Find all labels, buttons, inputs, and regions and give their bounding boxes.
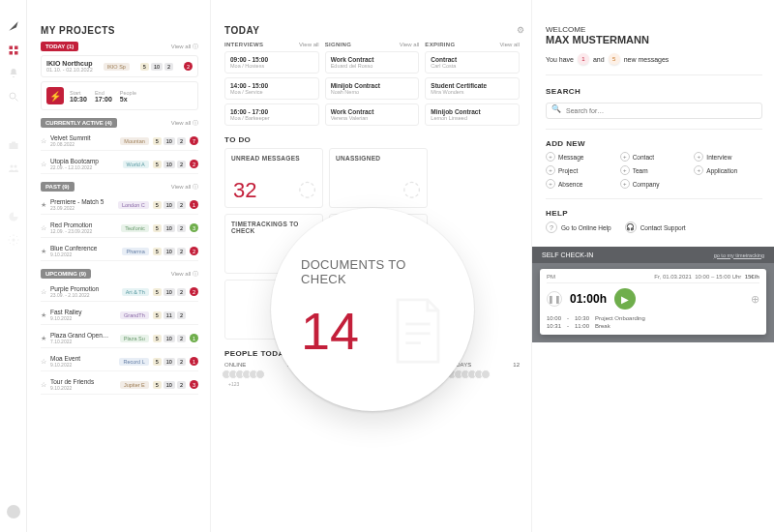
star-icon[interactable]: ☆ bbox=[41, 381, 46, 389]
featured-project-card[interactable]: IKIO Northcup 01.10. - 02.10.2022 IKIO S… bbox=[41, 55, 198, 77]
todaycol-head: EXPIRING bbox=[425, 42, 455, 47]
star-icon[interactable]: ★ bbox=[41, 311, 46, 319]
featured-dates: 01.10. - 02.10.2022 bbox=[46, 67, 93, 73]
todaycol-head: INTERVIEWS bbox=[224, 42, 263, 47]
project-row[interactable]: ☆ Purple Promotion23.09. - 2.10.2022 Art… bbox=[41, 282, 198, 302]
new-messages: You have 1 and 5 new messages bbox=[546, 53, 762, 65]
project-chip: Mountan bbox=[120, 137, 148, 145]
help-online[interactable]: ?Go to Online Help bbox=[546, 222, 611, 233]
star-icon[interactable]: ★ bbox=[41, 248, 46, 255]
rail-avatar[interactable] bbox=[7, 505, 20, 518]
pause-button[interactable]: ❚❚ bbox=[547, 291, 562, 307]
viewall-interviews[interactable]: View all bbox=[299, 42, 319, 47]
search-input[interactable] bbox=[546, 103, 762, 119]
todaycol-head: SIGNING bbox=[325, 42, 351, 47]
star-icon[interactable]: ☆ bbox=[41, 137, 46, 145]
project-row[interactable]: ★ Blue Conference9.10.2022 Pharma 5102 2 bbox=[41, 242, 198, 261]
gear-icon[interactable]: ⚙ bbox=[517, 25, 524, 35]
star-icon[interactable]: ☆ bbox=[41, 224, 46, 232]
viewall-upcoming[interactable]: View all ⓘ bbox=[171, 270, 198, 279]
star-icon[interactable]: ☆ bbox=[41, 358, 46, 366]
today-card[interactable]: ContractCarl Costa bbox=[425, 51, 520, 74]
today-card[interactable]: Minijob ContractLemon Linseed bbox=[425, 103, 520, 126]
project-row[interactable]: ★ Premiere - Match 523.09.2022 London C … bbox=[41, 195, 198, 215]
viewall-today[interactable]: View all ⓘ bbox=[171, 43, 198, 51]
project-row[interactable]: ★ Plaza Grand Open…7.10.2022 Plaza Su 51… bbox=[41, 329, 198, 348]
project-badge: 2 bbox=[190, 247, 198, 255]
document-icon bbox=[391, 297, 445, 369]
viewall-signing[interactable]: View all bbox=[400, 42, 420, 47]
project-row[interactable]: ☆ Utopia Bootcamp22.09. - 12.10.2022 Wor… bbox=[41, 155, 198, 174]
addnew-item[interactable]: +Project bbox=[546, 165, 614, 175]
today-card[interactable]: 14:00 - 15:00Moa / Service bbox=[224, 77, 319, 100]
project-badge: 1 bbox=[190, 200, 198, 209]
today-card[interactable]: Minijob ContractNoah Nemo bbox=[325, 77, 420, 100]
today-card[interactable]: 16:00 - 17:00Moa / Barkeeper bbox=[224, 103, 319, 126]
project-row[interactable]: ☆ Tour de Friends9.10.2022 Jupiter E 510… bbox=[41, 375, 198, 395]
nav-rail bbox=[0, 0, 27, 532]
addnew-item[interactable]: +Interview bbox=[694, 152, 762, 162]
project-row[interactable]: ☆ Velvet Summit20.08.2022 Mountan 5102 7 bbox=[41, 132, 198, 151]
svg-rect-7 bbox=[12, 142, 15, 144]
today-card[interactable]: Work ContractVerena Valerian bbox=[325, 103, 420, 126]
star-icon[interactable]: ★ bbox=[41, 335, 46, 342]
rail-briefcase-icon[interactable] bbox=[8, 139, 19, 151]
rail-settings-icon[interactable] bbox=[8, 234, 19, 246]
plus-circle-icon: + bbox=[546, 152, 555, 162]
project-badge: 1 bbox=[190, 334, 198, 342]
viewall-past[interactable]: View all ⓘ bbox=[171, 183, 198, 192]
project-row[interactable]: ☆ Red Promotion12.09. - 23.09.2022 Teofo… bbox=[41, 219, 198, 238]
project-name: Velvet Summit20.08.2022 bbox=[50, 134, 116, 147]
plus-button[interactable]: ⊕ bbox=[751, 293, 759, 306]
project-name: Blue Conference9.10.2022 bbox=[50, 245, 118, 257]
viewall-expiring[interactable]: View all bbox=[499, 42, 520, 47]
addnew-item[interactable]: +Absence bbox=[546, 179, 614, 189]
project-chip: Plaza Su bbox=[120, 335, 149, 342]
bolt-card[interactable]: ⚡ Start10:30End17:00People5x bbox=[41, 81, 198, 110]
featured-chip: IKIO Sp bbox=[104, 63, 130, 71]
rail-chart-icon[interactable] bbox=[8, 211, 19, 222]
today-card[interactable]: Student CertificateMira Wonders bbox=[425, 77, 520, 100]
star-icon[interactable]: ☆ bbox=[41, 161, 46, 168]
today-card[interactable]: 09:00 - 15:00Moa / Hostess bbox=[224, 51, 319, 74]
rail-dashboard-icon[interactable] bbox=[8, 44, 19, 56]
project-row[interactable]: ★ Fast Ralley9.10.2022 GrandTh 5112 bbox=[41, 306, 198, 325]
sci-link[interactable]: go to my timetracking bbox=[714, 252, 764, 258]
project-badge: 2 bbox=[190, 160, 198, 168]
svg-point-9 bbox=[14, 165, 16, 168]
addnew-item[interactable]: +Company bbox=[620, 179, 689, 189]
addnew-item[interactable]: +Message bbox=[546, 152, 614, 162]
rail-bell-icon[interactable] bbox=[8, 68, 19, 79]
todo-tile[interactable]: UNREAD MESSAGES32◌ bbox=[224, 148, 323, 208]
sci-row: 10:31-11:00Break bbox=[547, 322, 759, 330]
rail-people-icon[interactable] bbox=[8, 163, 19, 174]
addnew-item[interactable]: +Application bbox=[694, 165, 762, 175]
msgs-count-2[interactable]: 5 bbox=[609, 53, 620, 65]
help-support[interactable]: 🎧Contact Support bbox=[625, 222, 686, 233]
star-icon[interactable]: ★ bbox=[41, 201, 46, 209]
help-title: HELP bbox=[546, 209, 762, 218]
today-title: TODAY bbox=[224, 25, 520, 36]
projects-column: MY PROJECTS TODAY (1) View all ⓘ IKIO No… bbox=[27, 0, 211, 532]
project-row[interactable]: ☆ Moa Event9.10.2022 Record L 5102 1 bbox=[41, 352, 198, 371]
project-badge: 3 bbox=[190, 223, 198, 232]
rail-search-icon[interactable] bbox=[8, 91, 19, 103]
people-col: ONLINE32+123 bbox=[224, 362, 294, 387]
star-icon[interactable]: ☆ bbox=[41, 288, 46, 296]
svg-rect-1 bbox=[15, 46, 18, 50]
today-card[interactable]: Work ContractEduard del Rosso bbox=[325, 51, 420, 74]
todo-tile[interactable]: UNASSIGNED◌ bbox=[329, 148, 428, 208]
addnew-title: ADD NEW bbox=[546, 139, 762, 148]
project-chip: Jupiter E bbox=[120, 381, 149, 389]
people-col: …DAYS12 bbox=[450, 362, 520, 387]
band-today: TODAY (1) bbox=[41, 42, 78, 51]
addnew-item[interactable]: +Contact bbox=[620, 152, 689, 162]
project-name: Moa Event9.10.2022 bbox=[50, 355, 115, 368]
msgs-count-1[interactable]: 1 bbox=[578, 53, 589, 65]
addnew-item[interactable]: +Team bbox=[620, 165, 689, 175]
play-button[interactable]: ▶ bbox=[614, 288, 636, 310]
self-checkin: SELF CHECK-IN go to my timetracking PM F… bbox=[532, 247, 774, 342]
sci-title: SELF CHECK-IN bbox=[542, 251, 593, 258]
featured-badge: 2 bbox=[184, 62, 193, 71]
viewall-active[interactable]: View all ⓘ bbox=[171, 119, 198, 128]
